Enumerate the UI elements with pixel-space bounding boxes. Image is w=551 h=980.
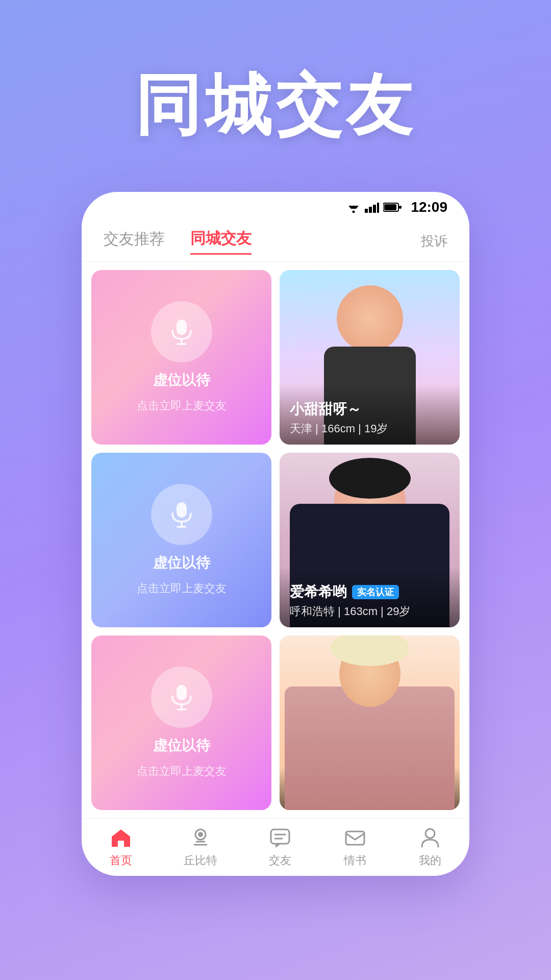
slot-title-1: 虚位以待 [153,371,210,390]
nav-item-home[interactable]: 首页 [109,825,133,868]
signal-icon [365,202,379,213]
mic-circle-1 [151,301,212,362]
profile-info-2: 爱希希哟 实名认证 呼和浩特 | 163cm | 29岁 [280,567,460,627]
svg-rect-8 [384,204,396,210]
profile-name-1: 小甜甜呀～ [290,400,449,419]
profile-info-1: 小甜甜呀～ 天津 | 166cm | 19岁 [280,384,460,445]
empty-slot-2[interactable]: 虚位以待 点击立即上麦交友 [91,453,271,627]
nav-label-home: 首页 [110,853,132,868]
empty-slot-3[interactable]: 虚位以待 点击立即上麦交友 [91,635,271,810]
nav-item-chat[interactable]: 交友 [268,825,292,868]
battery-icon [383,202,402,212]
svg-rect-4 [369,207,372,213]
mic-circle-3 [151,667,212,728]
chat-icon [268,825,292,850]
nav-item-mail[interactable]: 情书 [343,825,367,868]
svg-rect-3 [365,209,368,213]
profile-card-1[interactable]: 小甜甜呀～ 天津 | 166cm | 19岁 [280,270,460,445]
bottom-nav: 首页 丘比特 [83,818,468,874]
cupid-icon [188,825,213,850]
status-icons: 12:09 [346,199,447,215]
svg-point-27 [425,829,435,838]
nav-label-profile: 我的 [419,853,441,868]
grid-row-2: 虚位以待 点击立即上麦交友 爱希希哟 实名认证 呼和浩特 | 1 [91,453,460,627]
profile-meta-1: 天津 | 166cm | 19岁 [290,421,449,436]
slot-title-3: 虚位以待 [153,736,210,755]
mail-icon [343,825,367,850]
nav-label-mail: 情书 [344,853,366,868]
user-icon [418,825,442,850]
profile-card-3[interactable]: 我在等你 实名认证 [280,635,460,810]
wifi-icon [346,202,361,213]
nav-tabs: 交友推荐 同城交友 投诉 [83,221,468,262]
mic-circle-2 [151,484,212,545]
svg-point-22 [198,832,203,837]
svg-rect-9 [399,206,402,209]
svg-rect-23 [271,829,289,844]
slot-title-2: 虚位以待 [153,553,210,573]
report-button[interactable]: 投诉 [421,232,447,250]
grid-row-3: 虚位以待 点击立即上麦交友 我在等你 实名认证 [91,635,460,810]
svg-rect-5 [373,205,376,213]
hero-title: 同城交友 [0,61,551,151]
tab-friend-recommend[interactable]: 交友推荐 [104,229,165,254]
grid-row-1: 虚位以待 点击立即上麦交友 小甜甜呀～ 天津 | 166cm | 19岁 [91,270,460,445]
tab-local-friend[interactable]: 同城交友 [190,228,252,255]
slot-subtitle-1: 点击立即上麦交友 [137,398,227,413]
home-icon [109,825,133,850]
nav-item-cupid[interactable]: 丘比特 [184,825,217,868]
svg-rect-10 [177,320,187,335]
svg-rect-13 [177,502,187,518]
mic-icon-1 [167,317,196,346]
empty-slot-1[interactable]: 虚位以待 点击立即上麦交友 [91,270,271,445]
profile-card-2[interactable]: 爱希希哟 实名认证 呼和浩特 | 163cm | 29岁 [280,453,460,627]
status-bar: 12:09 [83,193,468,221]
status-time: 12:09 [411,199,447,215]
phone-mockup: 12:09 交友推荐 同城交友 投诉 虚位以待 点击立即上麦 [82,192,469,876]
profile-meta-2: 呼和浩特 | 163cm | 29岁 [290,604,449,619]
hero-section: 同城交友 [0,0,551,192]
content-area: 虚位以待 点击立即上麦交友 小甜甜呀～ 天津 | 166cm | 19岁 [83,262,468,818]
nav-item-profile[interactable]: 我的 [418,825,442,868]
mic-icon-3 [167,683,196,712]
verified-badge-2: 实名认证 [352,585,399,599]
nav-label-cupid: 丘比特 [184,853,217,868]
svg-rect-26 [346,831,364,845]
slot-subtitle-3: 点击立即上麦交友 [137,764,227,779]
mic-icon-2 [167,500,196,529]
profile-name-2: 爱希希哟 实名认证 [290,582,449,602]
svg-rect-16 [177,685,187,700]
svg-rect-6 [377,203,379,213]
nav-label-chat: 交友 [269,853,291,868]
slot-subtitle-2: 点击立即上麦交友 [137,581,227,596]
